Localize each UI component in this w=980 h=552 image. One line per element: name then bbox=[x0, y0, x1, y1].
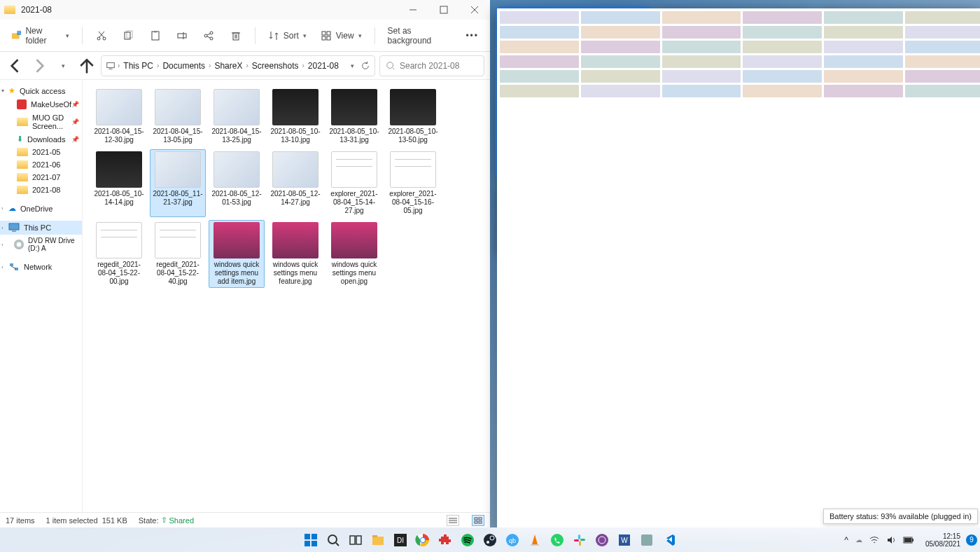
sidebar-item[interactable]: 2021-08 bbox=[0, 184, 82, 196]
paste-button[interactable] bbox=[144, 25, 167, 47]
start-button[interactable] bbox=[301, 530, 321, 550]
maximize-button[interactable] bbox=[428, 0, 459, 20]
sidebar-quick-access[interactable]: ▾★Quick access bbox=[0, 84, 82, 97]
copy-icon bbox=[122, 30, 134, 41]
more-button[interactable]: ••• bbox=[460, 25, 484, 47]
wifi-icon[interactable] bbox=[869, 535, 879, 545]
delete-button[interactable] bbox=[224, 25, 248, 47]
breadcrumb-part[interactable]: 2021-08 bbox=[307, 60, 340, 71]
taskbar-slack[interactable] bbox=[570, 530, 589, 550]
notification-count[interactable]: 9 bbox=[966, 534, 977, 546]
search-button[interactable] bbox=[323, 530, 343, 550]
file-list-pane[interactable]: 2021-08-04_15-12-30.jpg2021-08-04_15-13-… bbox=[83, 80, 490, 512]
file-item[interactable]: 2021-08-04_15-12-30.jpg bbox=[91, 87, 147, 146]
file-name: 2021-08-05_10-13-31.jpg bbox=[328, 127, 380, 144]
taskbar-clock[interactable]: 12:15 05/08/2021 bbox=[921, 532, 965, 548]
taskbar-spotify[interactable] bbox=[458, 530, 477, 550]
minimize-button[interactable] bbox=[398, 0, 428, 20]
taskbar-explorer[interactable] bbox=[368, 530, 388, 550]
sidebar-item[interactable]: 2021-07 bbox=[0, 171, 82, 184]
file-item[interactable]: 2021-08-05_10-13-50.jpg bbox=[385, 87, 441, 146]
tray-chevron-icon[interactable]: ^ bbox=[844, 535, 848, 545]
view-button[interactable]: View ▾ bbox=[315, 25, 368, 47]
close-button[interactable] bbox=[459, 0, 490, 20]
sidebar-dvd[interactable]: ›DVD RW Drive (D:) A bbox=[0, 235, 82, 254]
taskbar-vscode[interactable] bbox=[659, 530, 679, 550]
taskbar-chrome[interactable] bbox=[413, 530, 433, 550]
file-item[interactable]: 2021-08-05_10-13-10.jpg bbox=[267, 87, 323, 146]
file-item[interactable]: 2021-08-04_15-13-05.jpg bbox=[150, 87, 206, 146]
file-thumbnail bbox=[390, 89, 436, 125]
battery-tooltip: Battery status: 93% available (plugged i… bbox=[823, 509, 978, 524]
file-item[interactable]: 2021-08-05_12-01-53.jpg bbox=[209, 149, 265, 217]
svg-rect-76 bbox=[579, 541, 581, 546]
up-button[interactable] bbox=[77, 56, 97, 76]
breadcrumb-part[interactable]: Screenshots bbox=[251, 60, 300, 71]
taskbar-qb[interactable]: qb bbox=[503, 530, 522, 550]
new-folder-label: New folder bbox=[25, 26, 62, 46]
refresh-icon[interactable] bbox=[360, 61, 370, 71]
sidebar-item[interactable]: 2021-06 bbox=[0, 158, 82, 171]
file-item[interactable]: 2021-08-05_10-13-31.jpg bbox=[326, 87, 382, 146]
file-item[interactable]: windows quick settings menu add item.jpg bbox=[209, 220, 265, 288]
large-icons-view-button[interactable] bbox=[472, 515, 484, 526]
breadcrumb-part[interactable]: Documents bbox=[161, 60, 206, 71]
taskbar-word[interactable]: W bbox=[615, 530, 634, 550]
file-item[interactable]: windows quick settings menu feature.jpg bbox=[267, 220, 323, 288]
copy-button[interactable] bbox=[116, 25, 140, 47]
taskbar-extension[interactable] bbox=[435, 530, 455, 550]
sidebar-network[interactable]: ›Network bbox=[0, 260, 82, 274]
cut-button[interactable] bbox=[90, 25, 113, 47]
forward-button[interactable] bbox=[29, 56, 49, 76]
cut-icon bbox=[96, 30, 107, 41]
sort-button[interactable]: Sort ▾ bbox=[262, 25, 312, 47]
sidebar-item[interactable]: ⬇Downloads📌 bbox=[0, 132, 82, 146]
svg-rect-75 bbox=[580, 539, 585, 541]
file-item[interactable]: windows quick settings menu open.jpg bbox=[326, 220, 382, 288]
breadcrumb-part[interactable]: This PC bbox=[122, 60, 155, 71]
details-view-button[interactable] bbox=[447, 515, 459, 526]
search-box[interactable]: Search 2021-08 bbox=[379, 55, 484, 76]
file-thumbnail bbox=[331, 151, 377, 188]
chevron-down-icon[interactable]: ▾ bbox=[351, 62, 354, 69]
sidebar-onedrive[interactable]: ›☁OneDrive bbox=[0, 202, 82, 215]
taskbar-steam[interactable] bbox=[480, 530, 500, 550]
battery-icon[interactable] bbox=[903, 536, 914, 544]
taskbar-vlc[interactable] bbox=[525, 530, 545, 550]
back-button[interactable] bbox=[6, 56, 25, 76]
file-item[interactable]: regedit_2021-08-04_15-22-40.jpg bbox=[150, 220, 206, 288]
address-bar[interactable]: › This PC› Documents› ShareX› Screenshot… bbox=[101, 55, 375, 76]
file-item[interactable]: explorer_2021-08-04_15-16-05.jpg bbox=[385, 149, 441, 217]
file-item[interactable]: regedit_2021-08-04_15-22-00.jpg bbox=[91, 220, 147, 288]
snap-window-preview bbox=[819, 8, 973, 178]
taskview-button[interactable] bbox=[346, 530, 365, 550]
svg-text:qb: qb bbox=[509, 537, 516, 544]
breadcrumb-part[interactable]: ShareX bbox=[213, 60, 244, 71]
taskbar-app[interactable] bbox=[637, 530, 657, 550]
snap-window-thumbnail[interactable]: 2021-07 bbox=[819, 8, 973, 178]
taskbar-whatsapp[interactable] bbox=[547, 530, 567, 550]
tray-onedrive-icon[interactable]: ☁ bbox=[855, 536, 862, 544]
recent-button[interactable]: ▾ bbox=[53, 56, 73, 76]
window-title: 2021-08 bbox=[21, 5, 52, 15]
file-item[interactable]: 2021-08-05_10-14-14.jpg bbox=[91, 149, 147, 217]
share-button[interactable] bbox=[197, 25, 220, 47]
volume-icon[interactable] bbox=[886, 535, 896, 545]
more-icon: ••• bbox=[465, 31, 479, 41]
nav-pane: ▾★Quick access MakeUseOf📌 MUO GD Screen.… bbox=[0, 80, 83, 512]
file-item[interactable]: 2021-08-05_11-21-37.jpg bbox=[150, 149, 206, 217]
file-item[interactable]: explorer_2021-08-04_15-14-27.jpg bbox=[326, 149, 382, 217]
pc-icon bbox=[106, 61, 115, 71]
taskbar-tor[interactable] bbox=[592, 530, 612, 550]
new-folder-button[interactable]: New folder ▾ bbox=[6, 25, 75, 47]
file-item[interactable]: 2021-08-04_15-13-25.jpg bbox=[209, 87, 265, 146]
set-background-button[interactable]: Set as background bbox=[382, 25, 458, 47]
file-item[interactable]: 2021-08-05_12-14-27.jpg bbox=[267, 149, 323, 217]
sidebar-this-pc[interactable]: ›This PC bbox=[0, 221, 82, 235]
taskbar-app-di[interactable]: DI bbox=[391, 530, 410, 550]
sidebar-item[interactable]: 2021-05 bbox=[0, 146, 82, 158]
sidebar-item[interactable]: MakeUseOf📌 bbox=[0, 97, 82, 111]
titlebar[interactable]: 2021-08 bbox=[0, 0, 490, 20]
sidebar-item[interactable]: MUO GD Screen...📌 bbox=[0, 111, 82, 132]
rename-button[interactable] bbox=[170, 25, 194, 47]
